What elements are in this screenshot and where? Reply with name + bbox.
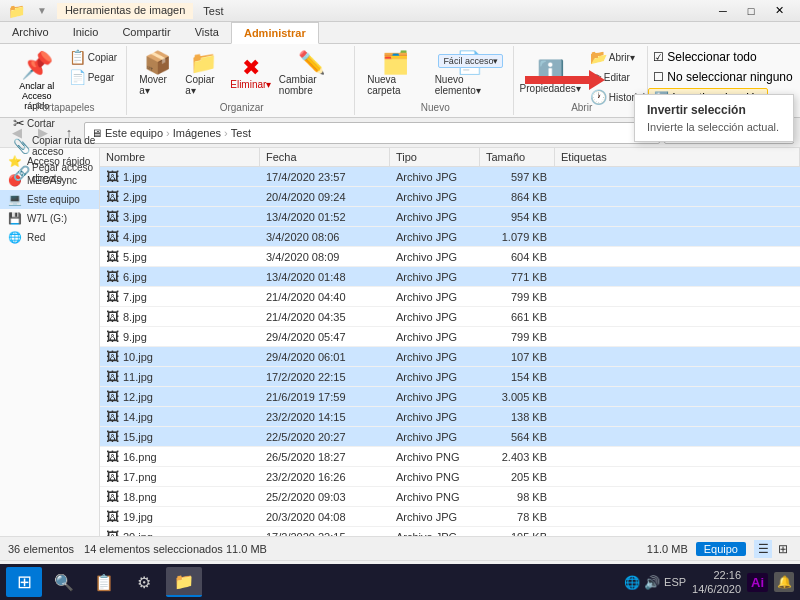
file-name-cell: 🖼 3.jpg xyxy=(100,207,260,226)
location-info: Equipo xyxy=(696,542,746,556)
taskbar-settings[interactable]: ⚙ xyxy=(126,567,162,597)
arrow-indicator xyxy=(525,70,605,90)
table-row[interactable]: 🖼 8.jpg 21/4/2020 04:35 Archivo JPG 661 … xyxy=(100,307,800,327)
este-equipo-icon: 💻 xyxy=(8,193,22,206)
seleccionar-todo-btn[interactable]: ☑ Seleccionar todo xyxy=(648,48,761,66)
tab-compartir[interactable]: Compartir xyxy=(110,22,182,43)
file-name-cell: 🖼 1.jpg xyxy=(100,167,260,186)
col-header-etiquetas[interactable]: Etiquetas xyxy=(555,148,800,166)
sidebar: ⭐ Acceso rápido 🔴 MEGAsync 💻 Este equipo… xyxy=(0,148,100,536)
tab-administrar[interactable]: Administrar xyxy=(231,22,319,44)
table-row[interactable]: 🖼 3.jpg 13/4/2020 01:52 Archivo JPG 954 … xyxy=(100,207,800,227)
file-icon: 🖼 xyxy=(106,349,119,364)
file-date-cell: 22/5/2020 20:27 xyxy=(260,429,390,445)
taskbar-search[interactable]: 🔍 xyxy=(46,567,82,597)
file-list: Nombre Fecha Tipo Tamaño Etiquetas 🖼 1.j… xyxy=(100,148,800,536)
file-type-cell: Archivo PNG xyxy=(390,469,480,485)
taskbar: ⊞ 🔍 📋 ⚙ 📁 🌐 🔊 ESP 22:16 14/6/2020 Ai 🔔 xyxy=(0,564,800,600)
file-name-cell: 🖼 11.jpg xyxy=(100,367,260,386)
tab-inicio[interactable]: Inicio xyxy=(61,22,111,43)
file-name-cell: 🖼 2.jpg xyxy=(100,187,260,206)
file-type-cell: Archivo PNG xyxy=(390,489,480,505)
date-display: 14/6/2020 xyxy=(692,582,741,596)
eliminar-btn[interactable]: ✖ Eliminar▾ xyxy=(229,55,273,92)
address-bar[interactable]: 🖥 Este equipo › Imágenes › Test xyxy=(84,122,660,144)
col-header-nombre[interactable]: Nombre xyxy=(100,148,260,166)
table-row[interactable]: 🖼 4.jpg 3/4/2020 08:06 Archivo JPG 1.079… xyxy=(100,227,800,247)
file-tags-cell xyxy=(555,395,800,399)
nueva-carpeta-btn[interactable]: 🗂️ Nueva carpeta xyxy=(363,50,428,98)
file-tags-cell xyxy=(555,195,800,199)
copiar-a-btn[interactable]: 📁 Copiar a▾ xyxy=(181,50,227,98)
tiles-view-btn[interactable]: ⊞ xyxy=(774,540,792,558)
organizar-label: Organizar xyxy=(129,102,354,113)
sidebar-item-red[interactable]: 🌐 Red xyxy=(0,228,99,247)
table-row[interactable]: 🖼 15.jpg 22/5/2020 20:27 Archivo JPG 564… xyxy=(100,427,800,447)
close-button[interactable]: ✕ xyxy=(766,2,792,20)
file-icon: 🖼 xyxy=(106,249,119,264)
copiar-btn[interactable]: 📋 Copiar xyxy=(66,48,120,66)
table-row[interactable]: 🖼 1.jpg 17/4/2020 23:57 Archivo JPG 597 … xyxy=(100,167,800,187)
file-date-cell: 23/2/2020 16:26 xyxy=(260,469,390,485)
notification-btn[interactable]: 🔔 xyxy=(774,572,794,592)
cortar-btn[interactable]: ✂ Cortar xyxy=(10,114,120,132)
col-header-tamaño[interactable]: Tamaño xyxy=(480,148,555,166)
table-row[interactable]: 🖼 9.jpg 29/4/2020 05:47 Archivo JPG 799 … xyxy=(100,327,800,347)
file-size-cell: 107 KB xyxy=(480,349,555,365)
abrir-btn[interactable]: 📂 Abrir▾ xyxy=(587,48,648,66)
file-icon: 🖼 xyxy=(106,409,119,424)
cambiar-nombre-btn[interactable]: ✏️ Cambiar nombre xyxy=(275,50,348,98)
minimize-button[interactable]: ─ xyxy=(710,2,736,20)
tooltip-description: Invierte la selección actual. xyxy=(647,121,781,133)
table-row[interactable]: 🖼 2.jpg 20/4/2020 09:24 Archivo JPG 864 … xyxy=(100,187,800,207)
file-size-cell: 597 KB xyxy=(480,169,555,185)
notification-icon: 🔔 xyxy=(777,575,792,589)
pegar-btn[interactable]: 📄 Pegar xyxy=(66,68,120,86)
table-row[interactable]: 🖼 10.jpg 29/4/2020 06:01 Archivo JPG 107… xyxy=(100,347,800,367)
file-size-cell: 154 KB xyxy=(480,369,555,385)
taskbar-taskview[interactable]: 📋 xyxy=(86,567,122,597)
details-view-btn[interactable]: ☰ xyxy=(754,540,772,558)
table-row[interactable]: 🖼 11.jpg 17/2/2020 22:15 Archivo JPG 154… xyxy=(100,367,800,387)
file-tags-cell xyxy=(555,535,800,537)
table-row[interactable]: 🖼 19.jpg 20/3/2020 04:08 Archivo JPG 78 … xyxy=(100,507,800,527)
tab-vista[interactable]: Vista xyxy=(183,22,231,43)
table-row[interactable]: 🖼 20.jpg 17/2/2020 22:15 Archivo JPG 195… xyxy=(100,527,800,536)
taskbar-explorer[interactable]: 📁 xyxy=(166,567,202,597)
file-icon: 🖼 xyxy=(106,289,119,304)
file-type-cell: Archivo JPG xyxy=(390,509,480,525)
table-row[interactable]: 🖼 14.jpg 23/2/2020 14:15 Archivo JPG 138… xyxy=(100,407,800,427)
sidebar-item-w7l[interactable]: 💾 W7L (G:) xyxy=(0,209,99,228)
start-button[interactable]: ⊞ xyxy=(6,567,42,597)
col-header-fecha[interactable]: Fecha xyxy=(260,148,390,166)
table-row[interactable]: 🖼 12.jpg 21/6/2019 17:59 Archivo JPG 3.0… xyxy=(100,387,800,407)
file-type-cell: Archivo JPG xyxy=(390,209,480,225)
file-date-cell: 20/4/2020 09:24 xyxy=(260,189,390,205)
table-row[interactable]: 🖼 7.jpg 21/4/2020 04:40 Archivo JPG 799 … xyxy=(100,287,800,307)
file-date-cell: 20/3/2020 04:08 xyxy=(260,509,390,525)
no-seleccionar-btn[interactable]: ☐ No seleccionar ninguno xyxy=(648,68,797,86)
col-header-tipo[interactable]: Tipo xyxy=(390,148,480,166)
table-row[interactable]: 🖼 5.jpg 3/4/2020 08:09 Archivo JPG 604 K… xyxy=(100,247,800,267)
status-right: 11.0 MB Equipo ☰ ⊞ xyxy=(647,540,792,558)
file-size-cell: 78 KB xyxy=(480,509,555,525)
file-tags-cell xyxy=(555,515,800,519)
maximize-button[interactable]: □ xyxy=(738,2,764,20)
file-size-cell: 799 KB xyxy=(480,329,555,345)
file-type-cell: Archivo JPG xyxy=(390,269,480,285)
sidebar-item-este-equipo[interactable]: 💻 Este equipo xyxy=(0,190,99,209)
file-icon: 🖼 xyxy=(106,489,119,504)
ribbon-group-portapapeles: 📌 Anclar alAcceso rápido 📋 Copiar 📄 Pega… xyxy=(4,46,127,115)
file-rows-container: 🖼 1.jpg 17/4/2020 23:57 Archivo JPG 597 … xyxy=(100,167,800,536)
tab-archivo[interactable]: Archivo xyxy=(0,22,61,43)
table-row[interactable]: 🖼 16.png 26/5/2020 18:27 Archivo PNG 2.4… xyxy=(100,447,800,467)
mover-btn[interactable]: 📦 Mover a▾ xyxy=(135,50,179,98)
table-row[interactable]: 🖼 17.png 23/2/2020 16:26 Archivo PNG 205… xyxy=(100,467,800,487)
file-type-cell: Archivo JPG xyxy=(390,529,480,537)
taskbar-right: 🌐 🔊 ESP 22:16 14/6/2020 Ai 🔔 xyxy=(624,568,794,597)
table-row[interactable]: 🖼 6.jpg 13/4/2020 01:48 Archivo JPG 771 … xyxy=(100,267,800,287)
table-row[interactable]: 🖼 18.png 25/2/2020 09:03 Archivo PNG 98 … xyxy=(100,487,800,507)
file-list-header: Nombre Fecha Tipo Tamaño Etiquetas xyxy=(100,148,800,167)
file-size-cell: 954 KB xyxy=(480,209,555,225)
file-icon: 🖼 xyxy=(106,309,119,324)
